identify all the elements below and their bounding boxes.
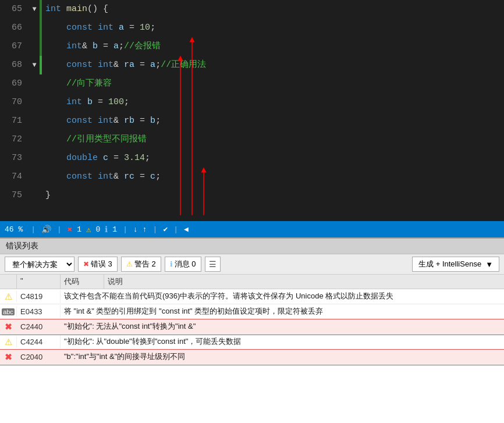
filter-btn[interactable]: ☰ — [205, 257, 221, 272]
code-line-74: 74 const int& rc = c; — [0, 168, 504, 186]
code-line-66: 66 const int a = 10; — [0, 19, 504, 37]
code-line-73: 73 double c = 3.14; — [0, 149, 504, 168]
row-icon: ✖ — [0, 351, 16, 364]
code-line-70: 70 int b = 100; — [0, 93, 504, 112]
status-bar: 46 % | 🔊 | ✖ 1 ⚠ 0 ℹ 1 | ↓ ↑ | ✔ | ◀ — [0, 221, 504, 237]
status-sep1: | — [31, 225, 36, 234]
filter-icon: ☰ — [209, 260, 216, 269]
code-content: int main() { — [43, 0, 504, 19]
nav-down-icon[interactable]: ↓ — [133, 225, 138, 234]
warning-btn-icon: ⚠ — [126, 260, 133, 268]
code-content: //向下兼容 — [43, 74, 504, 93]
code-content: int b = 100; — [43, 93, 504, 112]
line-indicator — [29, 37, 40, 56]
line-number: 65 — [0, 0, 29, 19]
scope-select[interactable]: 整个解决方案 — [5, 257, 74, 272]
line-indicator: ▼ — [29, 56, 40, 74]
btn-info[interactable]: ℹ 消息 0 — [165, 257, 201, 272]
green-bar — [40, 19, 42, 37]
code-line-65: 65▼int main() { — [0, 0, 504, 19]
row-code: C4244 — [16, 336, 60, 347]
nav-up-icon[interactable]: ↑ — [143, 225, 147, 234]
error-toolbar: 整个解决方案 ✖ 错误 3 ⚠ 警告 2 ℹ 消息 0 ☰ 生成 + Intel… — [0, 254, 504, 275]
status-sep3: | — [123, 225, 127, 234]
row-icon: ✖ — [0, 321, 16, 333]
code-line-69: 69 //向下兼容 — [0, 74, 504, 93]
line-indicator — [29, 130, 40, 149]
code-content: const int& rb = b; — [43, 112, 504, 130]
error-table-header: " 代码 说明 — [0, 275, 504, 289]
row-desc: "初始化": 无法从"const int"转换为"int &" — [60, 320, 504, 333]
line-number: 67 — [0, 37, 29, 56]
generate-btn[interactable]: 生成 + IntelliSense ▼ — [412, 257, 499, 272]
warning-icon: ⚠ — [86, 225, 91, 234]
code-line-72: 72 //引用类型不同报错 — [0, 130, 504, 149]
row-desc: 该文件包含不能在当前代码页(936)中表示的字符。请将该文件保存为 Unicod… — [60, 290, 504, 303]
error-table[interactable]: " 代码 说明 ⚠C4819该文件包含不能在当前代码页(936)中表示的字符。请… — [0, 275, 504, 423]
code-line-68: 68▼ const int& ra = a;//正确用法 — [0, 56, 504, 74]
row-code: E0433 — [16, 306, 60, 317]
line-number: 73 — [0, 149, 29, 168]
line-number: 66 — [0, 19, 29, 37]
code-line-71: 71 const int& rb = b; — [0, 112, 504, 130]
green-bar — [40, 0, 42, 19]
line-indicator — [29, 74, 40, 93]
row-code: C2040 — [16, 351, 60, 362]
error-row[interactable]: ⚠C4244"初始化": 从"double"转换到"const int"，可能丢… — [0, 335, 504, 350]
info-btn-icon: ℹ — [170, 260, 173, 268]
error-row[interactable]: ⚠C4819该文件包含不能在当前代码页(936)中表示的字符。请将该文件保存为 … — [0, 289, 504, 304]
code-content: double c = 3.14; — [43, 149, 504, 168]
generate-label: 生成 + IntelliSense — [418, 259, 481, 269]
line-number: 72 — [0, 130, 29, 149]
error-panel: 错误列表 整个解决方案 ✖ 错误 3 ⚠ 警告 2 ℹ 消息 0 ☰ 生成 + … — [0, 237, 504, 423]
col-header-icon — [0, 275, 16, 289]
code-content: const int a = 10; — [43, 19, 504, 37]
audio-icon: 🔊 — [41, 225, 51, 234]
row-desc: "b":"int"与"int &"的间接寻址级别不同 — [60, 350, 504, 363]
code-content: int& b = a;//会报错 — [43, 37, 504, 56]
editor-area: 65▼int main() {66 const int a = 10;67 in… — [0, 0, 504, 221]
info-count: 1 — [112, 225, 117, 234]
warning-btn-label: 警告 2 — [134, 259, 156, 269]
row-desc: 将 "int &" 类型的引用绑定到 "const int" 类型的初始值设定项… — [60, 305, 504, 318]
row-code: C4819 — [16, 291, 60, 302]
row-icon: ⚠ — [0, 336, 16, 349]
row-icon: ⚠ — [0, 290, 16, 303]
line-number: 68 — [0, 56, 29, 74]
line-indicator — [29, 93, 40, 112]
btn-errors[interactable]: ✖ 错误 3 — [78, 257, 118, 272]
green-bar — [40, 37, 42, 56]
error-panel-title: 错误列表 — [0, 239, 504, 254]
status-sep5: | — [173, 225, 178, 234]
green-bar — [40, 56, 42, 74]
generate-dropdown-icon: ▼ — [485, 260, 493, 269]
code-content: } — [43, 186, 504, 205]
error-row[interactable]: ✖C2440"初始化": 无法从"const int"转换为"int &" — [0, 319, 504, 335]
line-number: 69 — [0, 74, 29, 93]
error-btn-label: 错误 3 — [91, 259, 112, 269]
code-line-75: 75} — [0, 186, 504, 205]
code-lines: 65▼int main() {66 const int a = 10;67 in… — [0, 0, 504, 205]
status-sep4: | — [153, 225, 158, 234]
code-content: const int& ra = a;//正确用法 — [43, 56, 504, 74]
line-indicator — [29, 19, 40, 37]
row-code: C2440 — [16, 321, 60, 332]
error-row[interactable]: ✖C2040"b":"int"与"int &"的间接寻址级别不同 — [0, 350, 504, 365]
code-line-67: 67 int& b = a;//会报错 — [0, 37, 504, 56]
code-content: const int& rc = c; — [43, 168, 504, 186]
line-number: 75 — [0, 186, 29, 205]
col-header-desc: 说明 — [104, 275, 504, 289]
check-icon: ✔ — [163, 225, 168, 234]
line-indicator — [29, 149, 40, 168]
zoom-level[interactable]: 46 % — [5, 225, 23, 234]
line-indicator — [29, 186, 40, 205]
warning-count: 0 — [96, 225, 101, 234]
line-number: 74 — [0, 168, 29, 186]
left-icon: ◀ — [184, 225, 189, 234]
col-header-code-text: 代码 — [60, 275, 104, 289]
line-number: 71 — [0, 112, 29, 130]
error-row[interactable]: abcE0433将 "int &" 类型的引用绑定到 "const int" 类… — [0, 304, 504, 319]
info-icon: ℹ — [105, 225, 108, 234]
btn-warnings[interactable]: ⚠ 警告 2 — [121, 257, 161, 272]
line-indicator: ▼ — [29, 0, 40, 19]
